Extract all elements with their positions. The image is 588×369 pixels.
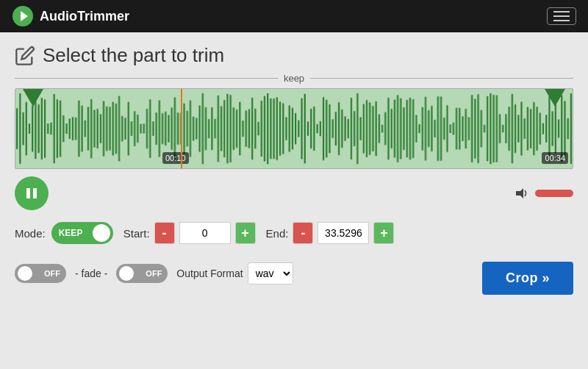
waveform-container[interactable]: 00:10 00:34: [15, 88, 573, 169]
keep-line: keep: [15, 73, 573, 84]
hamburger-line-2: [553, 15, 570, 17]
start-label: Start:: [123, 227, 150, 240]
settings-row: Mode: KEEP Start: - + End: - +: [15, 222, 573, 244]
mode-group: Mode: KEEP: [15, 222, 113, 244]
left-trim-handle[interactable]: [23, 89, 43, 107]
fade-right-toggle[interactable]: OFF: [116, 264, 168, 283]
start-minus-button[interactable]: -: [154, 222, 175, 244]
volume-bar[interactable]: [535, 190, 573, 197]
keep-line-right: [310, 78, 573, 79]
volume-area: [516, 187, 573, 199]
end-group: End: - +: [266, 222, 395, 244]
fade-middle-text: - fade -: [75, 268, 107, 279]
fade-left-toggle[interactable]: OFF: [15, 264, 66, 283]
logo-area: AudioTrimmer: [12, 5, 129, 27]
logo-text: AudioTrimmer: [40, 9, 129, 24]
format-group: Output Format wav mp3 ogg m4a: [176, 262, 293, 284]
playhead-time: 00:10: [162, 152, 189, 164]
hamburger-line-1: [553, 11, 570, 12]
mode-toggle-knob: [93, 224, 110, 242]
keep-line-left: [15, 78, 278, 79]
svg-rect-2: [26, 188, 30, 198]
waveform-canvas: [15, 89, 573, 168]
fade-right-off-text: OFF: [146, 269, 162, 278]
start-group: Start: - +: [123, 222, 256, 244]
logo-icon: [12, 5, 34, 27]
pause-icon: [25, 187, 38, 200]
mode-label: Mode:: [15, 227, 46, 240]
edit-icon: [15, 46, 35, 66]
keep-label: keep: [278, 73, 310, 84]
end-label: End:: [266, 227, 289, 240]
menu-button[interactable]: [547, 7, 576, 25]
right-trim-handle[interactable]: [545, 89, 565, 107]
fade-left-off-text: OFF: [44, 269, 60, 278]
format-label: Output Format: [176, 268, 243, 279]
title-row: Select the part to trim: [15, 44, 573, 67]
crop-btn-row: Crop »: [482, 262, 573, 295]
mode-toggle[interactable]: KEEP: [51, 222, 113, 244]
controls-row: [15, 176, 573, 210]
svg-rect-3: [33, 188, 37, 198]
page-title: Select the part to trim: [43, 44, 224, 67]
svg-marker-4: [516, 188, 523, 198]
fade-right-knob: [119, 266, 134, 281]
end-minus-button[interactable]: -: [293, 222, 313, 244]
header: AudioTrimmer: [0, 0, 588, 32]
fade-left-knob: [18, 266, 32, 281]
start-input[interactable]: [179, 222, 231, 244]
main-content: Select the part to trim keep 00:10 00:34: [0, 32, 588, 307]
crop-button[interactable]: Crop »: [482, 262, 573, 295]
end-time: 00:34: [542, 152, 568, 164]
hamburger-line-3: [553, 20, 570, 21]
playhead: [181, 89, 182, 168]
end-input[interactable]: [318, 222, 369, 244]
mode-toggle-text: KEEP: [59, 228, 83, 238]
end-plus-button[interactable]: +: [373, 222, 394, 244]
start-plus-button[interactable]: +: [235, 222, 256, 244]
bottom-row: OFF - fade - OFF Output Format wav mp3 o…: [15, 262, 293, 284]
format-select[interactable]: wav mp3 ogg m4a: [248, 262, 293, 284]
play-pause-button[interactable]: [15, 176, 49, 210]
volume-icon: [516, 187, 531, 199]
